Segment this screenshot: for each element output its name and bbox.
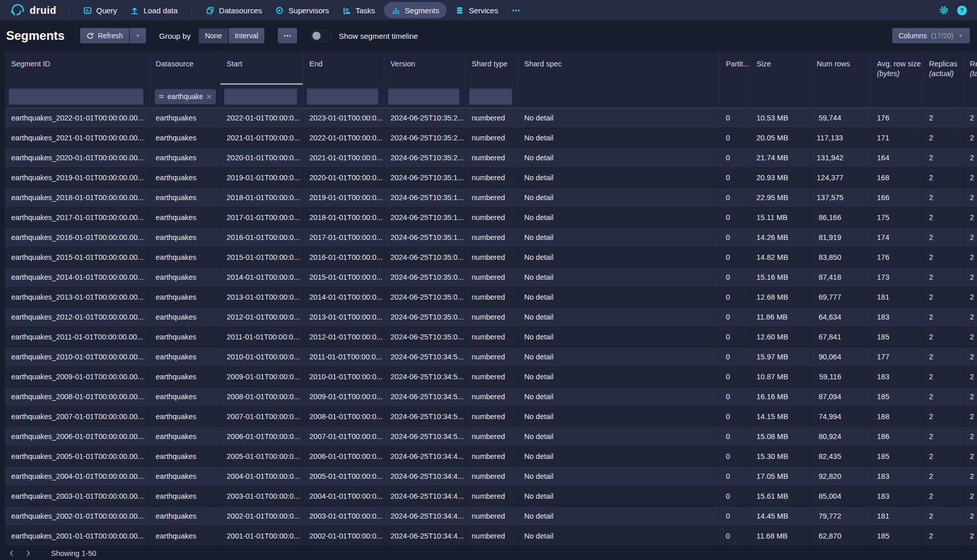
nav-more-button[interactable] (505, 0, 527, 20)
druid-logo[interactable]: druid (5, 3, 62, 18)
nav-item-load-data[interactable]: Load data (124, 0, 184, 20)
table-row[interactable]: earthquakes_2016-01-01T00:00:00.00... ea… (5, 228, 977, 248)
group-by-none-button[interactable]: None (199, 28, 228, 43)
header-line1: Replication factor (970, 60, 977, 68)
cell-shard-type: numbered (466, 407, 518, 426)
nav-item-services[interactable]: Services (449, 0, 505, 20)
column-header-avg-row-size[interactable]: Avg. row size (bytes) (871, 51, 923, 85)
more-icon (511, 6, 521, 15)
table-row[interactable]: earthquakes_2014-01-01T00:00:00.00... ea… (5, 267, 977, 287)
refresh-dropdown-button[interactable] (130, 28, 146, 43)
cell-version: 2024-06-25T10:34:5... (384, 347, 466, 367)
cell-num-rows: 59,116 (811, 367, 871, 386)
nav-item-tasks[interactable]: Tasks (336, 0, 382, 20)
shard-type-filter-input[interactable] (469, 88, 512, 105)
column-header-num-rows[interactable]: Num rows (811, 51, 871, 85)
toolbar-more-button[interactable] (278, 28, 297, 43)
table-row[interactable]: earthquakes_2021-01-01T00:00:00.00... ea… (5, 128, 977, 148)
table-row[interactable]: earthquakes_2010-01-01T00:00:00.00... ea… (5, 347, 977, 367)
table-row[interactable]: earthquakes_2019-01-01T00:00:00.00... ea… (5, 168, 977, 188)
column-header-replicas[interactable]: Replicas (actual) (923, 51, 964, 85)
version-filter-input[interactable] (388, 88, 459, 105)
table-row[interactable]: earthquakes_2015-01-01T00:00:00.00... ea… (5, 248, 977, 267)
segment-id-filter-input[interactable] (9, 88, 143, 105)
table-row[interactable]: earthquakes_2003-01-01T00:00:00.00... ea… (5, 486, 977, 506)
table-row[interactable]: earthquakes_2001-01-01T00:00:00.00... ea… (5, 526, 977, 546)
cell-size: 15.16 MB (750, 267, 811, 287)
next-page-button[interactable] (20, 547, 36, 559)
cell-version: 2024-06-25T10:35:1... (384, 168, 466, 187)
cell-shard-spec: No detail (518, 526, 720, 546)
column-header-end[interactable]: End (303, 51, 384, 85)
table-row[interactable]: earthquakes_2013-01-01T00:00:00.00... ea… (5, 287, 977, 307)
filter-cell (303, 85, 384, 108)
table-row[interactable]: earthquakes_2008-01-01T00:00:00.00... ea… (5, 387, 977, 407)
table-row[interactable]: earthquakes_2011-01-01T00:00:00.00... ea… (5, 327, 977, 347)
cell-shard-spec: No detail (518, 407, 720, 426)
column-header-replication-factor[interactable]: Replication factor (target) (964, 51, 977, 85)
cell-end: 2014-01-01T00:00:0... (303, 287, 384, 307)
datasource-filter-chip[interactable]: earthquake (155, 89, 216, 104)
cell-replicas: 2 (923, 486, 964, 506)
column-header-shard-spec[interactable]: Shard spec (518, 51, 720, 85)
nav-item-supervisors[interactable]: Supervisors (268, 0, 335, 20)
columns-count: (17/20) (931, 32, 954, 40)
cell-version: 2024-06-25T10:35:2... (384, 128, 466, 148)
group-by-interval-button[interactable]: Interval (229, 28, 264, 43)
remove-filter-icon[interactable] (206, 93, 212, 100)
cell-num-rows: 131,942 (811, 148, 871, 167)
cell-avg-row-size: 186 (871, 427, 923, 446)
cell-replication-factor: 2 (964, 108, 977, 128)
cell-avg-row-size: 183 (871, 367, 923, 386)
nav-item-label: Load data (143, 6, 178, 15)
nav-item-label: Supervisors (288, 6, 329, 15)
cell-shard-spec: No detail (518, 447, 720, 466)
cell-segment-id: earthquakes_2010-01-01T00:00:00.00... (5, 347, 150, 367)
cell-segment-id: earthquakes_2018-01-01T00:00:00.00... (5, 188, 150, 207)
cell-shard-type: numbered (466, 128, 518, 148)
cell-shard-type: numbered (466, 347, 518, 367)
nav-right: ? (939, 5, 972, 15)
table-row[interactable]: earthquakes_2009-01-01T00:00:00.00... ea… (5, 367, 977, 387)
help-icon[interactable]: ? (957, 6, 967, 15)
table-row[interactable]: earthquakes_2018-01-01T00:00:00.00... ea… (5, 188, 977, 208)
refresh-icon (86, 32, 94, 40)
end-filter-input[interactable] (307, 88, 378, 105)
column-header-datasource[interactable]: Datasource (150, 51, 221, 85)
column-header-segment-id[interactable]: Segment ID (5, 51, 150, 85)
table-row[interactable]: earthquakes_2002-01-01T00:00:00.00... ea… (5, 506, 977, 526)
cell-replicas: 2 (923, 407, 964, 426)
table-row[interactable]: earthquakes_2022-01-01T00:00:00.00... ea… (5, 108, 977, 128)
table-row[interactable]: earthquakes_2006-01-01T00:00:00.00... ea… (5, 427, 977, 447)
columns-button[interactable]: Columns (17/20) (892, 28, 970, 43)
start-filter-input[interactable] (224, 88, 297, 105)
nav-item-query[interactable]: Query (77, 0, 124, 20)
segment-timeline-toggle[interactable] (310, 30, 332, 42)
cell-size: 16.16 MB (750, 387, 811, 406)
nav-item-datasources[interactable]: Datasources (199, 0, 268, 20)
gear-icon[interactable] (939, 5, 949, 15)
cell-end: 2007-01-01T00:00:0... (303, 427, 384, 446)
table-row[interactable]: earthquakes_2017-01-01T00:00:00.00... ea… (5, 208, 977, 228)
table-row[interactable]: earthquakes_2005-01-01T00:00:00.00... ea… (5, 447, 977, 467)
cell-num-rows: 117,133 (811, 128, 871, 148)
nav-item-segments[interactable]: Segments (384, 2, 447, 18)
column-header-version[interactable]: Version (384, 51, 466, 85)
cell-segment-id: earthquakes_2021-01-01T00:00:00.00... (5, 128, 150, 148)
header-line2: (bytes) (877, 69, 922, 78)
prev-page-button[interactable] (4, 547, 19, 559)
column-header-size[interactable]: Size (750, 51, 811, 85)
column-header-partition[interactable]: Partit... (720, 51, 750, 85)
refresh-button[interactable]: Refresh (80, 28, 129, 43)
cell-size: 14.26 MB (750, 228, 811, 247)
column-header-start[interactable]: Start (221, 51, 303, 85)
table-row[interactable]: earthquakes_2004-01-01T00:00:00.00... ea… (5, 467, 977, 486)
cell-avg-row-size: 185 (871, 327, 923, 347)
cell-num-rows: 82,435 (811, 447, 871, 466)
table-row[interactable]: earthquakes_2007-01-01T00:00:00.00... ea… (5, 407, 977, 427)
table-row[interactable]: earthquakes_2020-01-01T00:00:00.00... ea… (5, 148, 977, 168)
cell-version: 2024-06-25T10:34:4... (384, 506, 466, 526)
cell-partition: 0 (720, 486, 750, 506)
column-header-shard-type[interactable]: Shard type (466, 51, 518, 85)
table-row[interactable]: earthquakes_2012-01-01T00:00:00.00... ea… (5, 307, 977, 327)
